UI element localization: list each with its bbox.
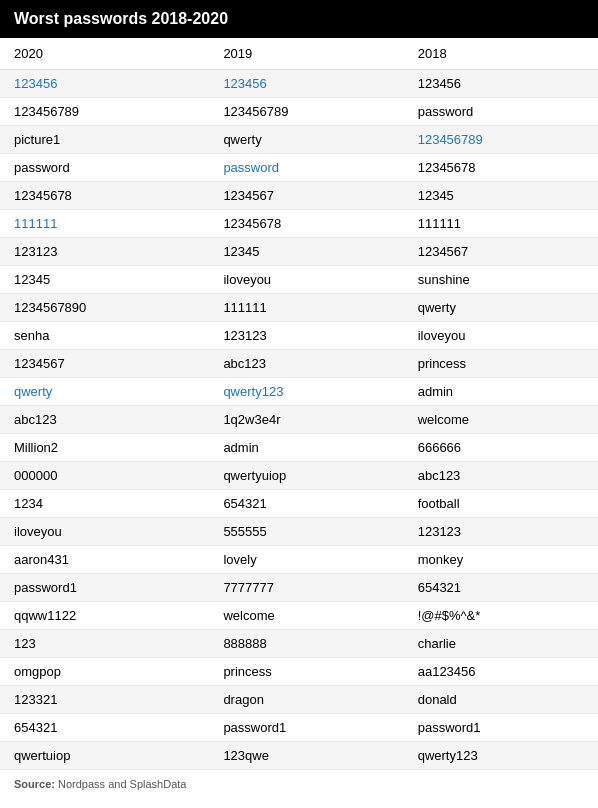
table-row: 123123123451234567	[0, 238, 598, 266]
cell-2019: welcome	[209, 602, 403, 630]
table-row: abc1231q2w3e4rwelcome	[0, 406, 598, 434]
cell-2018: password1	[404, 714, 598, 742]
cell-2019: admin	[209, 434, 403, 462]
table-row: 12345678123456712345	[0, 182, 598, 210]
cell-2019: 654321	[209, 490, 403, 518]
cell-2020: 12345678	[0, 182, 209, 210]
cell-2018: 111111	[404, 210, 598, 238]
cell-2018: aa123456	[404, 658, 598, 686]
table-header-row: 2020 2019 2018	[0, 38, 598, 70]
footer-source-label: Source:	[14, 778, 55, 790]
table-row: omgpopprincessaa123456	[0, 658, 598, 686]
cell-2018: iloveyou	[404, 322, 598, 350]
cell-2019: qwerty	[209, 126, 403, 154]
cell-2018: football	[404, 490, 598, 518]
table-row: 654321password1password1	[0, 714, 598, 742]
cell-2020: Million2	[0, 434, 209, 462]
cell-2018: 123456789	[404, 126, 598, 154]
table-row: password17777777654321	[0, 574, 598, 602]
cell-2020: picture1	[0, 126, 209, 154]
cell-2020: 000000	[0, 462, 209, 490]
table-row: 1234567abc123princess	[0, 350, 598, 378]
cell-2018: donald	[404, 686, 598, 714]
cell-2020: 12345	[0, 266, 209, 294]
cell-2019: abc123	[209, 350, 403, 378]
cell-2020: 1234567890	[0, 294, 209, 322]
cell-2019: iloveyou	[209, 266, 403, 294]
cell-2018: !@#$%^&*	[404, 602, 598, 630]
cell-2018: 123456	[404, 70, 598, 98]
cell-2019: 123123	[209, 322, 403, 350]
cell-2020: qwerty	[0, 378, 209, 406]
cell-2020: 654321	[0, 714, 209, 742]
cell-2020: 123456	[0, 70, 209, 98]
cell-2019: 123qwe	[209, 742, 403, 770]
cell-2019: 111111	[209, 294, 403, 322]
cell-2018: 12345	[404, 182, 598, 210]
table-row: 1234654321football	[0, 490, 598, 518]
cell-2020: 1234567	[0, 350, 209, 378]
table-row: 12345iloveyousunshine	[0, 266, 598, 294]
cell-2020: 123456789	[0, 98, 209, 126]
table-row: Million2admin666666	[0, 434, 598, 462]
cell-2019: 12345	[209, 238, 403, 266]
table-row: 123888888charlie	[0, 630, 598, 658]
cell-2020: aaron431	[0, 546, 209, 574]
table-row: qwertyqwerty123admin	[0, 378, 598, 406]
cell-2019: 123456	[209, 70, 403, 98]
cell-2019: 888888	[209, 630, 403, 658]
table-row: 1234567890111111qwerty	[0, 294, 598, 322]
table-row: iloveyou555555123123	[0, 518, 598, 546]
table-row: qqww1122welcome!@#$%^&*	[0, 602, 598, 630]
cell-2020: password	[0, 154, 209, 182]
cell-2018: qwerty	[404, 294, 598, 322]
cell-2018: abc123	[404, 462, 598, 490]
cell-2020: iloveyou	[0, 518, 209, 546]
cell-2020: 123321	[0, 686, 209, 714]
cell-2018: princess	[404, 350, 598, 378]
cell-2018: 654321	[404, 574, 598, 602]
table-row: picture1qwerty123456789	[0, 126, 598, 154]
cell-2018: sunshine	[404, 266, 598, 294]
cell-2019: 12345678	[209, 210, 403, 238]
cell-2019: 123456789	[209, 98, 403, 126]
cell-2020: qqww1122	[0, 602, 209, 630]
cell-2019: password	[209, 154, 403, 182]
cell-2019: password1	[209, 714, 403, 742]
table-row: aaron431lovelymonkey	[0, 546, 598, 574]
cell-2019: 1q2w3e4r	[209, 406, 403, 434]
table-row: qwertuiop123qweqwerty123	[0, 742, 598, 770]
col-header-2019: 2019	[209, 38, 403, 70]
cell-2019: 1234567	[209, 182, 403, 210]
col-header-2020: 2020	[0, 38, 209, 70]
cell-2018: welcome	[404, 406, 598, 434]
footer: Source: Nordpass and SplashData	[0, 770, 598, 798]
cell-2019: dragon	[209, 686, 403, 714]
table-row: passwordpassword12345678	[0, 154, 598, 182]
cell-2019: 7777777	[209, 574, 403, 602]
table-row: senha123123iloveyou	[0, 322, 598, 350]
cell-2019: qwertyuiop	[209, 462, 403, 490]
cell-2020: 123123	[0, 238, 209, 266]
footer-source-text: Nordpass and SplashData	[55, 778, 186, 790]
cell-2020: qwertuiop	[0, 742, 209, 770]
cell-2018: monkey	[404, 546, 598, 574]
cell-2019: qwerty123	[209, 378, 403, 406]
cell-2020: omgpop	[0, 658, 209, 686]
cell-2018: charlie	[404, 630, 598, 658]
cell-2018: 12345678	[404, 154, 598, 182]
cell-2020: password1	[0, 574, 209, 602]
page-title: Worst passwords 2018-2020	[0, 0, 598, 38]
cell-2019: princess	[209, 658, 403, 686]
cell-2018: 1234567	[404, 238, 598, 266]
col-header-2018: 2018	[404, 38, 598, 70]
table-row: 123456789123456789password	[0, 98, 598, 126]
page-container: Worst passwords 2018-2020 2020 2019 2018…	[0, 0, 598, 798]
cell-2018: 666666	[404, 434, 598, 462]
table-body: 123456123456123456123456789123456789pass…	[0, 70, 598, 770]
cell-2018: qwerty123	[404, 742, 598, 770]
cell-2020: 111111	[0, 210, 209, 238]
table-row: 123456123456123456	[0, 70, 598, 98]
passwords-table: 2020 2019 2018 1234561234561234561234567…	[0, 38, 598, 770]
cell-2020: senha	[0, 322, 209, 350]
